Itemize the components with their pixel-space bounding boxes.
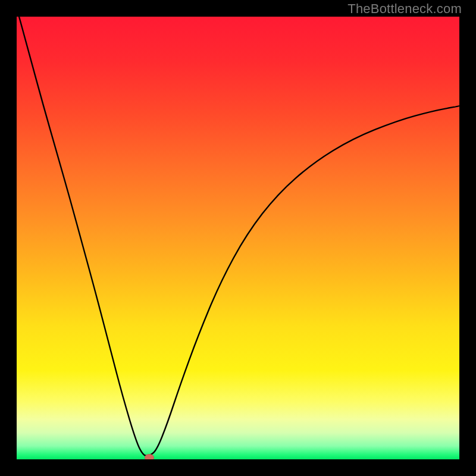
outer-black-frame: TheBottleneck.com [0, 0, 476, 476]
bottleneck-curve [17, 17, 459, 459]
watermark-text: TheBottleneck.com [347, 1, 462, 17]
minimum-point-marker [145, 454, 154, 459]
plot-area [17, 17, 459, 459]
